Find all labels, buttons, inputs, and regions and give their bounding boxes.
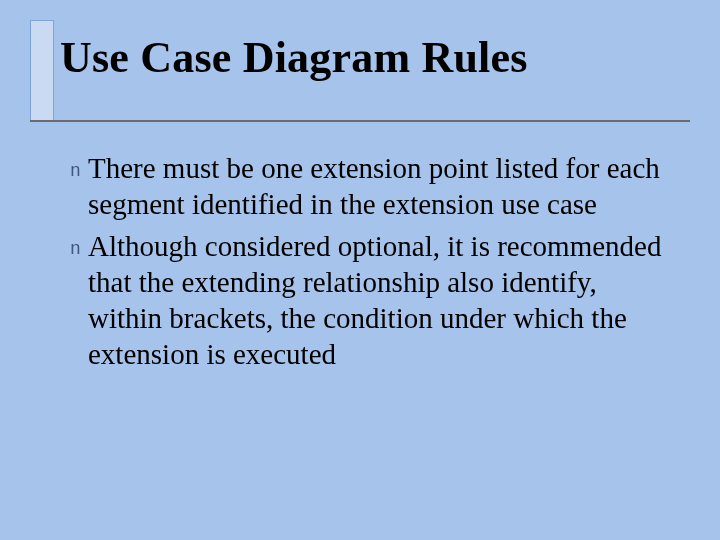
accent-bar — [30, 20, 54, 122]
slide-title: Use Case Diagram Rules — [60, 32, 528, 83]
list-item-text: Although considered optional, it is reco… — [88, 228, 670, 372]
slide: Use Case Diagram Rules n There must be o… — [0, 0, 720, 540]
list-item: n There must be one extension point list… — [70, 150, 670, 222]
list-item-text: There must be one extension point listed… — [88, 150, 670, 222]
bullet-icon: n — [70, 150, 88, 189]
list-item: n Although considered optional, it is re… — [70, 228, 670, 372]
title-underline — [30, 120, 690, 122]
bullet-icon: n — [70, 228, 88, 267]
slide-body: n There must be one extension point list… — [70, 150, 670, 378]
